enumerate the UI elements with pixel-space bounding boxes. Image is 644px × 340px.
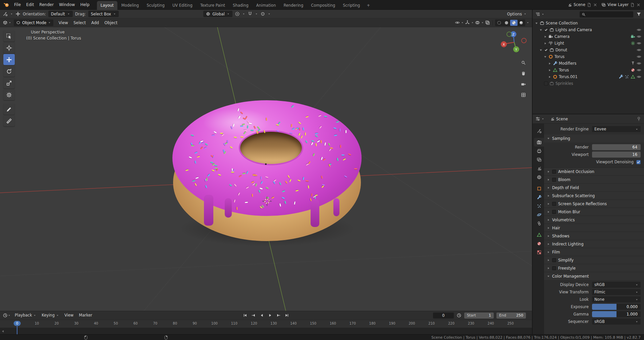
timeline-ruler[interactable]: 0102030405060708090100110120130140150160… [0,320,532,328]
shading-material-button[interactable] [510,20,518,26]
editor-type-outliner-icon[interactable] [535,12,540,17]
property-select-field[interactable]: Filmic [592,289,641,295]
section-header-hair[interactable]: Hair [544,224,644,232]
collection-checkbox[interactable] [544,48,548,52]
hide-in-viewport-eye-icon[interactable] [637,61,641,66]
expand-toggle-icon[interactable] [535,21,538,25]
frame-end-field[interactable]: End 250 [496,313,526,319]
timeline-scroll-strip[interactable] [0,328,532,335]
frame-start-field[interactable]: Start 1 [464,313,494,319]
viewport-menu-add[interactable]: Add [89,18,102,27]
expand-toggle-icon[interactable] [548,62,551,65]
expand-toggle-icon[interactable] [543,35,547,39]
camera-view-button[interactable] [519,79,528,88]
hide-in-viewport-eye-icon[interactable] [637,74,641,79]
current-frame-field[interactable]: 0 [433,313,454,319]
workspace-tab-compositing[interactable]: Compositing [307,1,339,10]
workspace-tab-texture-paint[interactable]: Texture Paint [197,1,229,10]
section-header-simplify[interactable]: Simplify [544,256,644,264]
active-tool-editor-icon[interactable] [3,11,8,16]
tool-annotate-button[interactable] [3,104,15,115]
outliner-row-modifiers[interactable]: Modifiers [533,60,644,67]
viewport-menu-view[interactable]: View [56,18,70,27]
menu-help[interactable]: Help [77,0,92,9]
outliner-row-light[interactable]: Light [533,40,644,47]
properties-tab-view-layer[interactable] [534,155,544,164]
pivot-point-icon[interactable] [235,11,240,16]
outliner-row-torus[interactable]: Torus [533,53,644,60]
outliner-row-torus-001[interactable]: Torus.001 [533,73,644,80]
toggle-ortho-button[interactable] [519,90,528,99]
editor-type-properties-icon[interactable] [535,116,540,121]
show-overlays-icon[interactable] [475,20,480,25]
tool-cursor-button[interactable] [3,42,15,53]
properties-tab-scene[interactable] [534,164,544,173]
toggle-xray-icon[interactable] [485,20,490,25]
view-layer-selector[interactable]: View Layer [601,2,641,7]
section-header-indirect-lighting[interactable]: Indirect Lighting [544,240,644,248]
workspace-tab-shading[interactable]: Shading [229,1,252,10]
playback-next-keyframe-button[interactable] [275,312,282,319]
tool-select-box-button[interactable] [3,31,15,42]
hide-in-viewport-eye-icon[interactable] [637,41,641,46]
menu-render[interactable]: Render [37,0,56,9]
pan-button[interactable] [519,69,528,77]
remove-view-layer-icon[interactable] [636,3,641,7]
shading-wireframe-button[interactable] [495,20,503,26]
hide-in-viewport-eye-icon[interactable] [637,54,641,59]
timeline-menu-playback[interactable]: Playback [12,311,39,320]
outliner-search-input[interactable] [580,11,633,17]
add-workspace-button[interactable]: + [364,1,373,10]
collection-checkbox[interactable] [544,28,548,32]
section-header-subsurface-scattering[interactable]: Subsurface Scattering [544,191,644,200]
section-header-sampling[interactable]: Sampling [544,134,644,143]
options-dropdown[interactable]: Options [507,12,527,16]
property-number-field[interactable]: 16 [592,152,641,158]
outliner-row-camera[interactable]: Camera [533,33,644,40]
timeline-track-area[interactable]: 0102030405060708090100110120130140150160… [0,320,532,334]
unlink-scene-icon[interactable] [593,3,597,7]
editor-type-3d-icon[interactable] [3,20,8,25]
section-header-depth-of-field[interactable]: Depth of Field [544,183,644,191]
properties-tab-tool[interactable] [534,126,544,135]
property-checkbox[interactable] [636,160,641,164]
expand-toggle-icon[interactable] [539,48,543,52]
editor-type-timeline-icon[interactable] [3,313,8,318]
property-select-field[interactable]: None [592,296,641,302]
workspace-tab-uv-editing[interactable]: UV Editing [169,1,196,10]
property-number-field[interactable]: 64 [592,144,641,150]
property-slider-field[interactable]: 1.000 [592,311,641,317]
current-frame-indicator[interactable]: 0 [14,321,21,326]
scene-selector[interactable]: Scene [568,2,597,7]
collection-checkbox[interactable] [544,81,548,86]
section-header-film[interactable]: Film [544,248,644,256]
outliner-row-sprinkles[interactable]: Sprinkles [533,80,644,87]
section-header-motion-blur[interactable]: Motion Blur [544,208,644,216]
shading-solid-button[interactable] [503,20,510,26]
zoom-button[interactable] [519,58,528,67]
property-slider-field[interactable]: 0.000 [592,304,641,310]
workspace-tab-layout[interactable]: Layout [97,1,117,10]
section-header-shadows[interactable]: Shadows [544,232,644,240]
section-checkbox[interactable] [552,266,556,270]
properties-tab-mesh-data[interactable] [534,230,544,239]
properties-tab-modifiers[interactable] [534,193,544,202]
mode-selector[interactable]: Object Mode [14,19,53,26]
tool-measure-button[interactable] [3,115,15,126]
donut-object[interactable] [170,100,364,249]
tool-transform-button[interactable] [3,89,15,100]
properties-tab-world[interactable] [534,173,544,181]
new-view-layer-icon[interactable] [630,3,635,7]
section-header-volumetrics[interactable]: Volumetrics [544,216,644,224]
expand-toggle-icon[interactable] [543,55,547,59]
section-checkbox[interactable] [552,258,556,262]
pin-icon[interactable] [636,116,641,121]
playback-play-reverse-button[interactable] [258,312,266,319]
hide-in-viewport-eye-icon[interactable] [637,34,641,39]
workspace-tab-scripting[interactable]: Scripting [339,1,364,10]
tool-rotate-button[interactable] [3,66,15,77]
expand-toggle-icon[interactable] [543,42,547,45]
timeline-menu-keying[interactable]: Keying [39,311,62,320]
scrollbar-left-arrow-icon[interactable] [1,329,5,333]
new-scene-icon[interactable] [587,3,591,7]
